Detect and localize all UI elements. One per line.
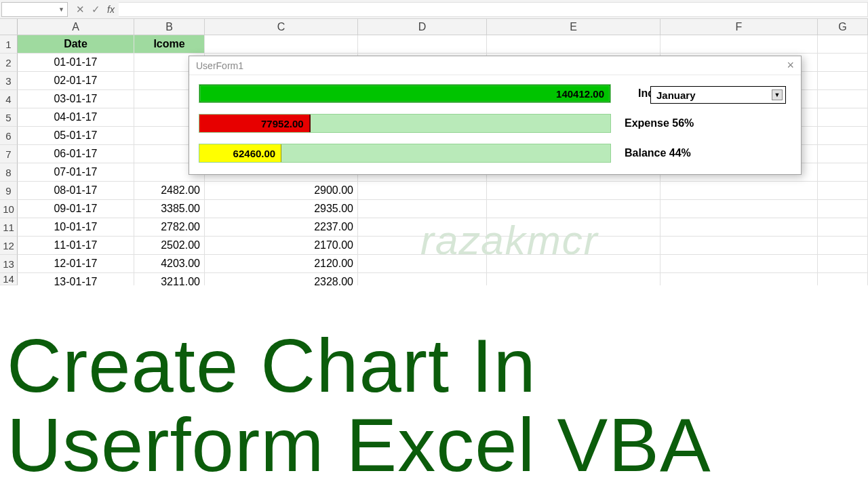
cell[interactable] [487, 218, 660, 237]
select-all-corner[interactable] [0, 19, 18, 35]
table-row: 10 09-01-17 3385.00 2935.00 [0, 200, 868, 218]
cell[interactable] [818, 90, 868, 108]
row-head[interactable]: 1 [0, 35, 18, 54]
cell[interactable]: 07-01-17 [18, 163, 134, 182]
formula-input[interactable] [119, 2, 868, 17]
enter-icon[interactable]: ✓ [92, 3, 100, 16]
userform-titlebar[interactable]: UserForm1 × [189, 56, 801, 75]
cell[interactable]: 2502.00 [134, 237, 205, 255]
row-head[interactable]: 9 [0, 182, 18, 200]
col-B[interactable]: B [134, 19, 205, 35]
chevron-down-icon[interactable]: ▼ [58, 6, 64, 13]
cell[interactable]: 02-01-17 [18, 72, 134, 90]
row-head[interactable]: 3 [0, 72, 18, 90]
cell[interactable] [818, 182, 868, 200]
cell[interactable]: 2935.00 [205, 200, 358, 218]
cell[interactable]: 3385.00 [134, 200, 205, 218]
cell[interactable]: 2782.00 [134, 218, 205, 237]
cell[interactable]: 13-01-17 [18, 273, 134, 285]
cell[interactable] [818, 273, 868, 285]
chevron-down-icon[interactable]: ▼ [772, 89, 783, 100]
cell[interactable]: Date [18, 35, 134, 54]
cell[interactable] [818, 218, 868, 237]
cell[interactable]: 11-01-17 [18, 237, 134, 255]
cell[interactable] [358, 35, 487, 54]
cell[interactable] [818, 145, 868, 163]
col-A[interactable]: A [18, 19, 134, 35]
cell[interactable]: 10-01-17 [18, 218, 134, 237]
cell[interactable] [660, 237, 818, 255]
col-D[interactable]: D [358, 19, 487, 35]
cell[interactable]: Icome [134, 35, 205, 54]
cell[interactable]: 05-01-17 [18, 127, 134, 145]
cell[interactable]: 12-01-17 [18, 255, 134, 273]
cell[interactable] [487, 273, 660, 285]
cell[interactable] [487, 237, 660, 255]
cell[interactable] [818, 255, 868, 273]
cell[interactable] [660, 35, 818, 54]
row-head[interactable]: 7 [0, 145, 18, 163]
cell[interactable]: 2328.00 [205, 273, 358, 285]
cell[interactable]: 2482.00 [134, 182, 205, 200]
cell[interactable]: 2900.00 [205, 182, 358, 200]
cell[interactable] [205, 35, 358, 54]
row-head[interactable]: 11 [0, 218, 18, 237]
row-head[interactable]: 14 [0, 273, 18, 285]
cell[interactable]: 2120.00 [205, 255, 358, 273]
cell[interactable]: 3211.00 [134, 273, 205, 285]
cell[interactable]: 09-01-17 [18, 200, 134, 218]
cell[interactable] [818, 237, 868, 255]
cell[interactable] [358, 200, 487, 218]
cell[interactable] [818, 72, 868, 90]
row-head[interactable]: 2 [0, 54, 18, 72]
row-head[interactable]: 8 [0, 163, 18, 182]
cell[interactable]: 2237.00 [205, 218, 358, 237]
title-line-1: Create Chart In [7, 326, 861, 406]
cell[interactable] [660, 255, 818, 273]
name-box[interactable]: ▼ [1, 2, 68, 17]
col-F[interactable]: F [660, 19, 818, 35]
table-row: 14 13-01-17 3211.00 2328.00 [0, 273, 868, 285]
cell[interactable] [487, 35, 660, 54]
row-head[interactable]: 13 [0, 255, 18, 273]
cancel-icon[interactable]: ✕ [76, 3, 85, 16]
row-head[interactable]: 5 [0, 108, 18, 127]
fx-icon[interactable]: fx [107, 4, 115, 15]
cell[interactable]: 04-01-17 [18, 108, 134, 127]
cell[interactable] [660, 200, 818, 218]
cell[interactable] [358, 218, 487, 237]
cell[interactable] [818, 54, 868, 72]
cell[interactable] [818, 200, 868, 218]
month-select[interactable]: January ▼ [650, 86, 786, 104]
row-head[interactable]: 12 [0, 237, 18, 255]
cell[interactable] [818, 108, 868, 127]
row-head[interactable]: 10 [0, 200, 18, 218]
row-head[interactable]: 6 [0, 127, 18, 145]
cell[interactable]: 2170.00 [205, 237, 358, 255]
cell[interactable]: 06-01-17 [18, 145, 134, 163]
cell[interactable] [358, 273, 487, 285]
cell[interactable] [818, 35, 868, 54]
cell[interactable] [660, 218, 818, 237]
cell[interactable] [358, 237, 487, 255]
cell[interactable] [660, 273, 818, 285]
cell[interactable] [487, 182, 660, 200]
cell[interactable]: 4203.00 [134, 255, 205, 273]
cell[interactable]: 03-01-17 [18, 90, 134, 108]
col-E[interactable]: E [487, 19, 660, 35]
col-C[interactable]: C [205, 19, 358, 35]
close-icon[interactable]: × [787, 58, 794, 73]
row-head[interactable]: 4 [0, 90, 18, 108]
cell[interactable] [487, 200, 660, 218]
cell[interactable] [818, 163, 868, 182]
cell[interactable] [660, 182, 818, 200]
cell[interactable]: 01-01-17 [18, 54, 134, 72]
col-G[interactable]: G [818, 19, 868, 35]
cell[interactable] [358, 255, 487, 273]
cell[interactable]: 08-01-17 [18, 182, 134, 200]
cell[interactable] [818, 127, 868, 145]
cell[interactable] [358, 182, 487, 200]
income-track: 140412.00 [199, 84, 611, 103]
month-selected: January [656, 89, 696, 101]
cell[interactable] [487, 255, 660, 273]
